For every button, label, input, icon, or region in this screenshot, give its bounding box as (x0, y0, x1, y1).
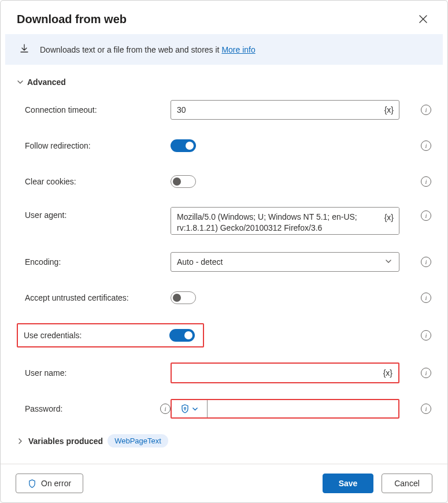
password-row: Password: i i (25, 398, 431, 419)
info-icon[interactable]: i (421, 330, 431, 341)
dialog-header: Download from web (1, 1, 447, 34)
chevron-down-icon (385, 257, 392, 267)
cancel-button[interactable]: Cancel (382, 474, 432, 493)
on-error-button[interactable]: On error (16, 474, 83, 493)
info-icon[interactable]: i (421, 140, 431, 151)
dialog-body: Advanced Connection timeout: {x} i Follo… (1, 65, 447, 464)
clear-cookies-label: Clear cookies: (25, 177, 76, 186)
close-icon (419, 15, 427, 23)
close-button[interactable] (415, 11, 431, 27)
save-button[interactable]: Save (323, 474, 373, 493)
shield-icon (180, 404, 190, 413)
info-icon[interactable]: i (421, 210, 431, 221)
chevron-down-icon (192, 406, 198, 412)
connection-timeout-row: Connection timeout: {x} i (25, 99, 431, 120)
encoding-select[interactable]: Auto - detect (171, 252, 399, 272)
info-icon[interactable]: i (421, 293, 431, 303)
encoding-row: Encoding: Auto - detect i (25, 252, 431, 272)
advanced-label: Advanced (27, 77, 66, 87)
password-label: Password: (25, 404, 62, 413)
connection-timeout-label: Connection timeout: (25, 105, 97, 114)
username-row: User name: {x} i (25, 363, 431, 383)
variables-produced-section[interactable]: Variables produced WebPageText (17, 434, 431, 447)
banner-text: Downloads text or a file from the web an… (40, 45, 256, 54)
info-icon[interactable]: i (421, 105, 431, 115)
user-agent-input[interactable] (171, 207, 399, 235)
info-icon[interactable]: i (160, 404, 171, 414)
chevron-right-icon (17, 438, 24, 445)
dialog-footer: On error Save Cancel (1, 464, 447, 502)
clear-cookies-row: Clear cookies: i (25, 171, 431, 192)
use-credentials-label: Use credentials: (24, 331, 82, 340)
info-banner: Downloads text or a file from the web an… (5, 34, 443, 65)
variables-produced-label: Variables produced (28, 437, 103, 446)
username-input[interactable] (172, 364, 398, 382)
info-icon[interactable]: i (421, 368, 431, 378)
more-info-link[interactable]: More info (221, 45, 255, 54)
svg-point-0 (184, 408, 186, 409)
info-icon[interactable]: i (421, 257, 431, 267)
follow-redirection-label: Follow redirection: (25, 141, 91, 150)
password-input[interactable] (208, 400, 398, 417)
encoding-value: Auto - detect (177, 257, 223, 267)
connection-timeout-input[interactable] (171, 100, 399, 120)
chevron-down-icon (17, 79, 24, 86)
user-agent-row: User agent: {x} i (25, 207, 431, 236)
password-credential-picker[interactable] (172, 400, 208, 417)
accept-untrusted-label: Accept untrusted certificates: (25, 293, 129, 302)
advanced-section-header[interactable]: Advanced (17, 77, 431, 87)
dialog-title: Download from web (17, 13, 127, 26)
follow-redirection-row: Follow redirection: i (25, 135, 431, 156)
follow-redirection-toggle[interactable] (171, 139, 196, 152)
variable-badge[interactable]: WebPageText (108, 434, 168, 447)
accept-untrusted-toggle[interactable] (171, 291, 196, 304)
username-label: User name: (25, 368, 66, 378)
download-from-web-dialog: Download from web Downloads text or a fi… (0, 0, 448, 503)
download-icon (19, 43, 29, 56)
user-agent-label: User agent: (25, 210, 66, 220)
use-credentials-toggle[interactable] (169, 329, 195, 342)
info-icon[interactable]: i (421, 404, 431, 414)
shield-outline-icon (28, 479, 36, 488)
clear-cookies-toggle[interactable] (171, 175, 196, 188)
accept-untrusted-row: Accept untrusted certificates: i (25, 287, 431, 308)
encoding-label: Encoding: (25, 257, 61, 267)
use-credentials-row: Use credentials: i (17, 323, 431, 347)
info-icon[interactable]: i (421, 176, 431, 187)
